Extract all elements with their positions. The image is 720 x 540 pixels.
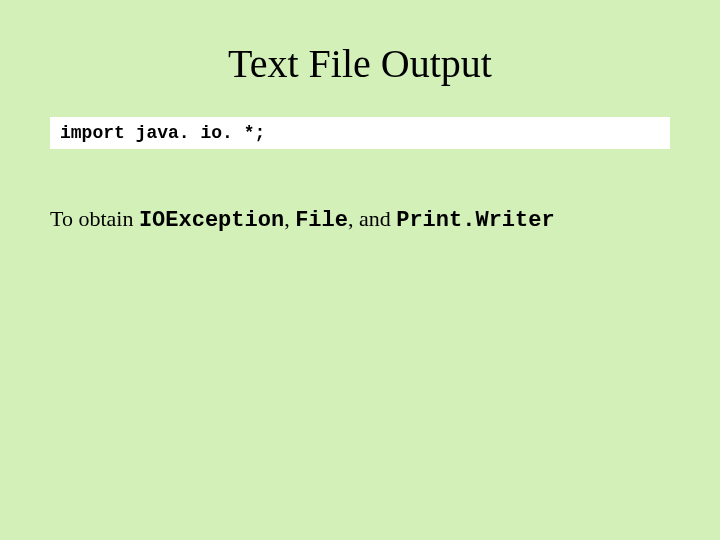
slide-container: Text File Output import java. io. *; To … [0, 0, 720, 540]
desc-sep1: , [284, 206, 295, 231]
slide-title: Text File Output [50, 40, 670, 87]
desc-sep2: , and [348, 206, 396, 231]
class-ioexception: IOException [139, 208, 284, 233]
class-file: File [295, 208, 348, 233]
class-printwriter: Print.Writer [396, 208, 554, 233]
description-text: To obtain IOException, File, and Print.W… [50, 204, 670, 237]
desc-prefix: To obtain [50, 206, 139, 231]
code-block: import java. io. *; [50, 117, 670, 149]
